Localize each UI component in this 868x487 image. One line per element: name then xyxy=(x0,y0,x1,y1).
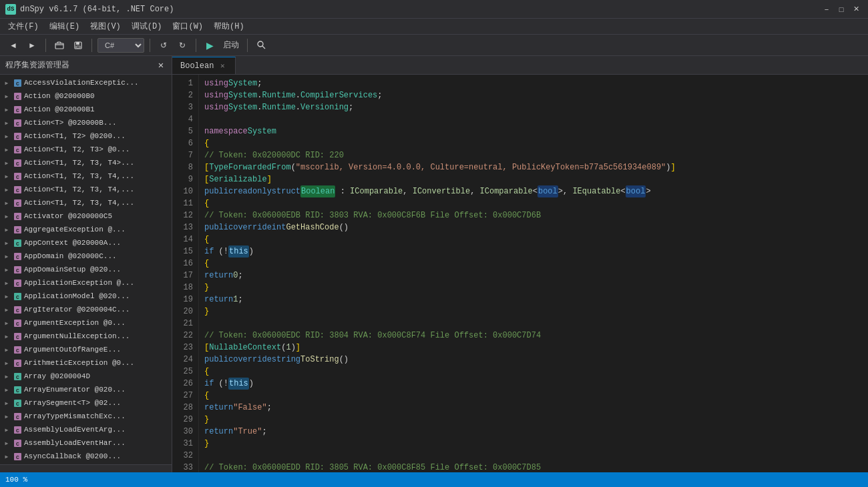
expand-icon: ▶ xyxy=(3,185,11,193)
sidebar-tree-item[interactable]: ▶CAction<T1, T2> @0200... xyxy=(0,129,172,143)
menu-view[interactable]: 视图(V) xyxy=(85,19,126,33)
expand-icon: ▶ xyxy=(3,212,11,220)
sidebar-tree-item[interactable]: ▶CAction<T1, T2, T3> @0... xyxy=(0,143,172,156)
maximize-button[interactable]: □ xyxy=(835,4,848,15)
sidebar-tree-item[interactable]: ▶CAppDomain @020000C... xyxy=(0,250,172,263)
code-line: // Token: 0x06000EDC RID: 3804 RVA: 0x00… xyxy=(204,330,863,342)
menu-file[interactable]: 文件(F) xyxy=(3,19,44,33)
sidebar-tree-item[interactable]: ▶CAction<T1, T2, T3, T4,... xyxy=(0,196,172,209)
code-line: namespace System xyxy=(204,125,863,137)
code-line: if (!this) xyxy=(204,378,863,390)
expand-icon: ▶ xyxy=(3,159,11,167)
code-line: return 0; xyxy=(204,270,863,282)
menu-debug[interactable]: 调试(D) xyxy=(126,19,168,33)
back-button[interactable]: ◄ xyxy=(5,37,21,53)
sidebar-horizontal-scrollbar[interactable] xyxy=(0,464,172,472)
sidebar-tree-item[interactable]: ▶CAggregateException @... xyxy=(0,223,172,236)
language-selector[interactable]: C# IL IL (C#) xyxy=(97,38,144,53)
svg-text:C: C xyxy=(16,187,19,193)
sidebar-tree-item[interactable]: ▶CAssemblyLoadEventHar... xyxy=(0,436,172,450)
svg-text:C: C xyxy=(16,214,19,220)
sidebar-tree-item[interactable]: ▶CAssemblyLoadEventArg... xyxy=(0,423,172,436)
run-button[interactable]: ▶ xyxy=(202,37,218,53)
expand-icon: ▶ xyxy=(3,132,11,140)
sidebar-tree-item[interactable]: ▶CAction @020000B1 xyxy=(0,103,172,116)
sidebar-tree-item[interactable]: ▶CApplicationModel @020... xyxy=(0,290,172,303)
code-line: // Token: 0x020000DC RID: 220 xyxy=(204,149,863,161)
tab-bar: Boolean ✕ xyxy=(172,56,868,75)
tree-item-label: Action<T1, T2, T3> @0... xyxy=(24,145,130,153)
sidebar-title: 程序集资源管理器 xyxy=(5,59,69,71)
sidebar-tree-item[interactable]: ▶CAccessViolationExceptic... xyxy=(0,76,172,89)
svg-text:C: C xyxy=(16,414,19,420)
code-line: } xyxy=(204,282,863,294)
sidebar-tree[interactable]: ▶CAccessViolationExceptic...▶CAction @02… xyxy=(0,75,172,464)
tab-label: Boolean xyxy=(180,61,214,71)
minimize-button[interactable]: − xyxy=(820,4,833,15)
svg-text:C: C xyxy=(16,241,19,247)
item-type-icon: C xyxy=(12,117,23,128)
svg-text:C: C xyxy=(16,308,19,314)
line-number: 5 xyxy=(172,125,193,137)
save-button[interactable] xyxy=(70,37,86,53)
sidebar-tree-item[interactable]: ▶CAction<T1, T2, T3, T4,... xyxy=(0,169,172,183)
tree-item-label: ArrayTypeMismatchExc... xyxy=(24,412,126,420)
svg-text:C: C xyxy=(16,161,19,167)
tree-item-label: AggregateException @... xyxy=(24,225,126,233)
svg-text:C: C xyxy=(16,227,19,233)
svg-text:C: C xyxy=(16,334,19,340)
line-number: 27 xyxy=(172,390,193,402)
sidebar-tree-item[interactable]: ▶CAsyncCallback @0200... xyxy=(0,450,172,463)
sidebar-tree-item[interactable]: ▶CAction<T1, T2, T3, T4,... xyxy=(0,183,172,196)
sidebar-tree-item[interactable]: ▶CAction<T> @020000B... xyxy=(0,116,172,129)
open-button[interactable] xyxy=(51,37,67,53)
sidebar-tree-item[interactable]: ▶CApplicationException @... xyxy=(0,276,172,290)
search-button[interactable] xyxy=(253,37,269,53)
sidebar-tree-item[interactable]: ▶CAction @020000B0 xyxy=(0,89,172,103)
forward-button[interactable]: ► xyxy=(24,37,40,53)
undo-button[interactable]: ↺ xyxy=(156,37,172,53)
code-line: } xyxy=(204,414,863,426)
svg-text:C: C xyxy=(16,121,19,127)
sidebar-tree-item[interactable]: ▶CArrayTypeMismatchExc... xyxy=(0,410,172,423)
line-number: 12 xyxy=(172,209,193,221)
item-type-icon: C xyxy=(12,291,23,302)
sidebar-tree-item[interactable]: ▶CAction<T1, T2, T3, T4>... xyxy=(0,156,172,169)
item-type-icon: C xyxy=(12,264,23,275)
sidebar-tree-item[interactable]: ▶CArgumentOutOfRangeE... xyxy=(0,343,172,356)
sidebar-tree-item[interactable]: ▶CArgIterator @0200004C... xyxy=(0,303,172,316)
sidebar-tree-item[interactable]: ▶CArithmeticException @0... xyxy=(0,356,172,370)
sidebar-tree-item[interactable]: ▶CAppContext @020000A... xyxy=(0,236,172,250)
expand-icon: ▶ xyxy=(3,332,11,340)
line-number: 24 xyxy=(172,354,193,366)
menu-help[interactable]: 帮助(H) xyxy=(208,19,250,33)
sidebar-tree-item[interactable]: ▶CArraySegment<T> @02... xyxy=(0,396,172,410)
sidebar-tree-item[interactable]: ▶CActivator @0200000C5 xyxy=(0,209,172,223)
item-type-icon: C xyxy=(12,384,23,395)
code-editor[interactable]: 1234567891011121314151617181920212223242… xyxy=(172,75,868,472)
sidebar-tree-item[interactable]: ▶CArray @0200004D xyxy=(0,370,172,383)
sidebar-tree-item[interactable]: ▶CArrayEnumerator @020... xyxy=(0,383,172,396)
sidebar-tree-item[interactable]: ▶CAppDomainSetup @020... xyxy=(0,263,172,276)
line-number: 6 xyxy=(172,137,193,149)
sidebar-tree-item[interactable]: ▶CArgumentException @0... xyxy=(0,316,172,330)
item-type-icon: C xyxy=(12,77,23,88)
expand-icon: ▶ xyxy=(3,119,11,127)
tab-close-button[interactable]: ✕ xyxy=(218,61,227,71)
tab-boolean[interactable]: Boolean ✕ xyxy=(172,57,236,74)
tree-item-label: Action<T1, T2, T3, T4,... xyxy=(24,199,134,207)
expand-icon: ▶ xyxy=(3,452,11,460)
sidebar-close-button[interactable]: ✕ xyxy=(156,59,166,71)
menu-edit[interactable]: 编辑(E) xyxy=(44,19,85,33)
sidebar-tree-item[interactable]: ▶CArgumentNullException... xyxy=(0,330,172,343)
menu-window[interactable]: 窗口(W) xyxy=(167,19,208,33)
line-numbers: 1234567891011121314151617181920212223242… xyxy=(172,75,199,472)
tree-item-label: AppDomainSetup @020... xyxy=(24,266,121,274)
redo-button[interactable]: ↻ xyxy=(174,37,190,53)
close-button[interactable]: ✕ xyxy=(849,4,863,15)
item-type-icon: C xyxy=(12,278,23,288)
tree-item-label: Action<T1, T2, T3, T4,... xyxy=(24,172,134,180)
code-line xyxy=(204,113,863,125)
expand-icon: ▶ xyxy=(3,105,11,113)
code-content: using System; using System.Runtime.Compi… xyxy=(199,75,868,472)
